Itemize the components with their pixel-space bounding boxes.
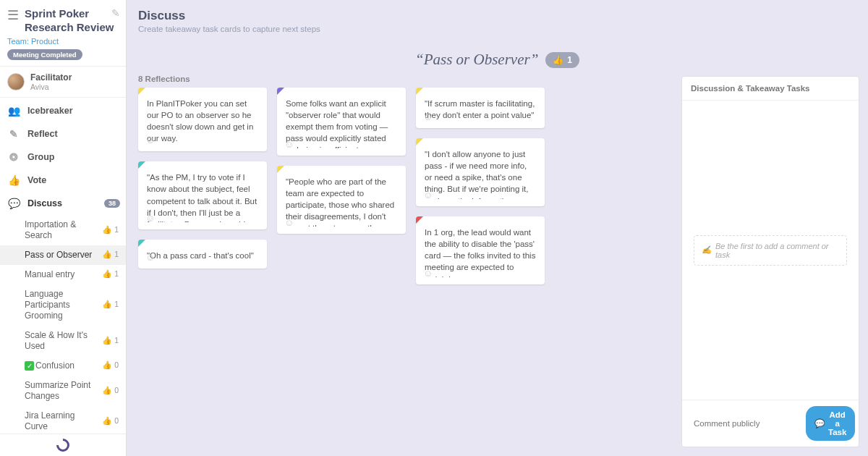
vote-count: 👍0 bbox=[102, 386, 119, 396]
thumb-up-icon: 👍 bbox=[553, 55, 563, 65]
menu-icon[interactable]: ☰ bbox=[7, 9, 19, 22]
plus-speech-icon: 💬 bbox=[814, 418, 825, 428]
add-reaction-icon[interactable]: ☺ bbox=[423, 189, 433, 202]
card-text: In 1 org, the lead would want the abilit… bbox=[425, 227, 536, 277]
vote-count: 👍1 bbox=[102, 300, 119, 310]
add-reaction-icon[interactable]: ☺ bbox=[145, 134, 155, 147]
vote-count: 👍1 bbox=[102, 336, 119, 346]
reflection-card[interactable]: "People who are part of the team are exp… bbox=[277, 166, 406, 234]
app-logo-icon[interactable] bbox=[54, 436, 72, 454]
reflection-column: In PlanITPoker you can set our PO to an … bbox=[138, 88, 267, 269]
reflection-card[interactable]: In 1 org, the lead would want the abilit… bbox=[416, 216, 545, 284]
panel-footer: 💬 Add a Task bbox=[682, 400, 859, 447]
add-reaction-icon[interactable]: ☺ bbox=[284, 216, 294, 229]
sidebar: ☰ Sprint Poker Research Review ✎ Team: P… bbox=[0, 0, 127, 456]
sidebar-topic[interactable]: Scale & How It's Used👍1 bbox=[0, 326, 126, 356]
sidebar-topic[interactable]: Manual entry👍1 bbox=[0, 265, 126, 284]
vote-count: 👍0 bbox=[102, 360, 119, 371]
check-icon: ✓ bbox=[25, 361, 34, 371]
add-reaction-icon[interactable]: ☺ bbox=[423, 267, 433, 280]
topic-label: Manual entry bbox=[25, 269, 102, 280]
sidebar-header: ☰ Sprint Poker Research Review ✎ Team: P… bbox=[0, 0, 126, 67]
card-color-corner bbox=[416, 216, 423, 224]
thumb-up-icon: 👍 bbox=[102, 360, 112, 371]
pencil-icon: ✎ bbox=[7, 128, 20, 140]
card-color-corner bbox=[138, 88, 145, 95]
reflection-card[interactable]: Some folks want an explicit "observer ro… bbox=[277, 88, 406, 156]
comment-input[interactable] bbox=[694, 419, 800, 428]
add-reaction-icon[interactable]: ☺ bbox=[145, 212, 155, 225]
vote-count: 👍0 bbox=[102, 416, 119, 426]
phase-reflect[interactable]: ✎ Reflect bbox=[0, 122, 126, 145]
vote-count: 👍1 bbox=[102, 269, 119, 279]
topic-label: Jira Learning Curve bbox=[25, 410, 102, 432]
page-title: Discuss bbox=[138, 9, 856, 23]
add-reaction-icon[interactable]: ☺ bbox=[423, 111, 433, 124]
thumb-up-icon: 👍 bbox=[102, 269, 112, 279]
add-reaction-icon[interactable]: ☺ bbox=[284, 138, 294, 151]
topic-vote-pill[interactable]: 👍 1 bbox=[545, 52, 579, 68]
topic-label: Summarize Point Changes bbox=[25, 380, 102, 402]
reflection-card[interactable]: "As the PM, I try to vote if I know abou… bbox=[138, 161, 267, 229]
card-color-corner bbox=[138, 161, 145, 169]
phase-list: 👥 Icebreaker ✎ Reflect ❂ Group 👍 Vote 💬 … bbox=[0, 98, 126, 434]
reflection-card[interactable]: In PlanITPoker you can set our PO to an … bbox=[138, 88, 267, 151]
main-header: Discuss Create takeaway task cards to ca… bbox=[127, 0, 868, 38]
reflection-column: Some folks want an explicit "observer ro… bbox=[277, 88, 406, 234]
topic-label: ✓Confusion bbox=[25, 360, 102, 371]
sidebar-topic[interactable]: Summarize Point Changes👍0 bbox=[0, 376, 126, 406]
empty-hint[interactable]: ✍️ Be the first to add a comment or task bbox=[694, 235, 847, 266]
sidebar-topic[interactable]: Jira Learning Curve👍0 bbox=[0, 406, 126, 434]
thumb-up-icon: 👍 bbox=[102, 225, 112, 235]
phase-discuss[interactable]: 💬 Discuss 38 bbox=[0, 192, 126, 215]
topic-label: Importation & Search bbox=[25, 219, 102, 241]
discuss-count-badge: 38 bbox=[104, 199, 120, 208]
phase-group[interactable]: ❂ Group bbox=[0, 145, 126, 169]
phase-vote[interactable]: 👍 Vote bbox=[0, 169, 126, 192]
status-badge: Meeting Completed bbox=[7, 49, 82, 60]
card-text: "Oh a pass card - that's cool" bbox=[147, 250, 258, 261]
topic-label: Pass or Observer bbox=[25, 250, 102, 261]
reflection-card[interactable]: "I don't allow anyone to just pass - if … bbox=[416, 138, 545, 206]
chat-icon: 💬 bbox=[7, 198, 20, 209]
discussion-panel: Discussion & Takeaway Tasks ✍️ Be the fi… bbox=[681, 76, 859, 447]
thumb-up-icon: 👍 bbox=[102, 300, 112, 310]
sidebar-topic[interactable]: Pass or Observer👍1 bbox=[0, 245, 126, 265]
card-color-corner bbox=[416, 88, 423, 95]
thumb-up-icon: 👍 bbox=[102, 416, 112, 426]
avatar[interactable] bbox=[7, 73, 25, 90]
phase-icebreaker[interactable]: 👥 Icebreaker bbox=[0, 99, 126, 122]
card-text: Some folks want an explicit "observer ro… bbox=[286, 98, 397, 148]
card-color-corner bbox=[277, 166, 284, 173]
edit-title-icon[interactable]: ✎ bbox=[111, 7, 120, 19]
main-area: Discuss Create takeaway task cards to ca… bbox=[127, 0, 868, 456]
add-task-button[interactable]: 💬 Add a Task bbox=[806, 406, 855, 441]
card-text: "I don't allow anyone to just pass - if … bbox=[425, 148, 536, 199]
role-label: Facilitator bbox=[30, 72, 72, 83]
reflection-card[interactable]: "If scrum master is facilitating, they d… bbox=[416, 88, 545, 128]
card-color-corner bbox=[277, 88, 284, 95]
reflection-column: "If scrum master is facilitating, they d… bbox=[416, 88, 545, 284]
card-color-corner bbox=[416, 138, 423, 145]
card-text: "If scrum master is facilitating, they d… bbox=[425, 98, 536, 121]
add-reaction-icon[interactable]: ☺ bbox=[145, 251, 155, 264]
group-icon: ❂ bbox=[7, 151, 20, 163]
card-color-corner bbox=[138, 240, 145, 247]
reflection-card[interactable]: "Oh a pass card - that's cool"☺ bbox=[138, 240, 267, 269]
sidebar-topic[interactable]: Language Participants Grooming👍1 bbox=[0, 284, 126, 326]
team-link[interactable]: Team: Product bbox=[7, 37, 119, 46]
people-icon: 👥 bbox=[7, 105, 20, 117]
sidebar-topic[interactable]: Importation & Search👍1 bbox=[0, 215, 126, 245]
meeting-title: Sprint Poker Research Review bbox=[25, 7, 119, 35]
page-subtitle: Create takeaway task cards to capture ne… bbox=[138, 25, 856, 33]
topic-title-row: “Pass or Observer” 👍 1 bbox=[127, 51, 868, 69]
card-text: "As the PM, I try to vote if I know abou… bbox=[147, 172, 258, 222]
facilitator-name: Aviva bbox=[30, 83, 72, 91]
vote-count: 👍1 bbox=[102, 250, 119, 260]
card-text: In PlanITPoker you can set our PO to an … bbox=[147, 98, 258, 144]
thumb-icon: 👍 bbox=[7, 174, 20, 186]
sidebar-topic[interactable]: ✓Confusion👍0 bbox=[0, 356, 126, 376]
vote-count: 👍1 bbox=[102, 225, 119, 235]
topic-label: Language Participants Grooming bbox=[25, 289, 102, 321]
sidebar-footer bbox=[0, 434, 126, 456]
